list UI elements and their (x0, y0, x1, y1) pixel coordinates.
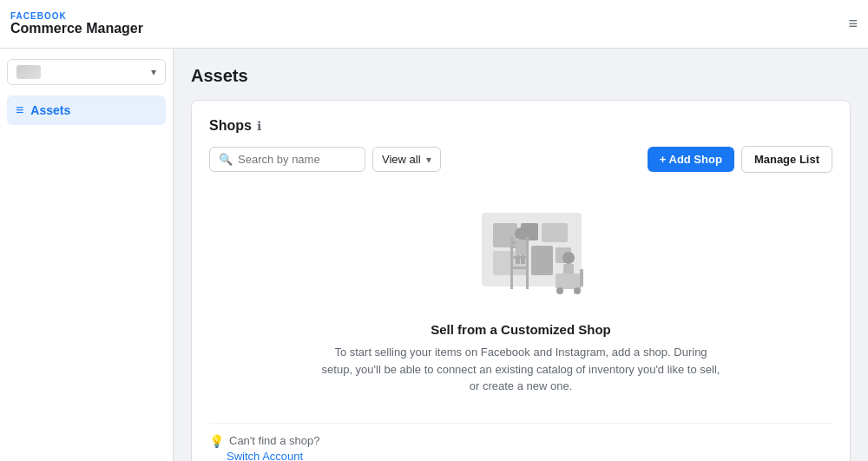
shops-search-input[interactable] (238, 153, 351, 166)
add-shop-button[interactable]: + Add Shop (648, 147, 734, 172)
shops-cant-find-label: Can't find a shop? (229, 434, 319, 447)
manage-list-button[interactable]: Manage List (741, 146, 832, 173)
page-title: Assets (191, 66, 851, 86)
svg-point-17 (562, 252, 575, 264)
lightbulb-icon: 💡 (209, 434, 224, 448)
shops-search-box[interactable]: 🔍 (209, 147, 365, 172)
shops-illustration: Sell from a Customized Shop To start sel… (209, 187, 832, 412)
shops-search-row: 🔍 View all ▾ + Add Shop Manage List (209, 146, 832, 173)
shops-cant-find-row: 💡 Can't find a shop? (209, 434, 832, 448)
chevron-down-icon: ▾ (151, 66, 156, 78)
svg-rect-5 (531, 246, 553, 275)
shops-cant-find: 💡 Can't find a shop? Switch Account (209, 423, 832, 462)
sidebar-item-assets[interactable]: ≡ Assets (7, 95, 166, 125)
branding: FACEBOOK Commerce Manager (10, 11, 143, 36)
svg-rect-13 (516, 240, 526, 255)
svg-rect-22 (580, 269, 583, 286)
shops-header: Shops ℹ (209, 118, 832, 134)
menu-icon[interactable]: ≡ (848, 15, 858, 33)
svg-rect-3 (542, 223, 568, 242)
shops-filter-select[interactable]: View all ▾ (372, 147, 441, 172)
illustration-title: Sell from a Customized Shop (431, 322, 611, 337)
filter-chevron-icon: ▾ (426, 154, 431, 166)
illustration-desc: To start selling your items on Facebook … (321, 344, 720, 395)
svg-point-20 (556, 287, 563, 294)
svg-point-12 (515, 227, 527, 240)
sidebar-item-label: Assets (30, 103, 70, 117)
svg-rect-15 (516, 255, 520, 264)
facebook-label: FACEBOOK (10, 11, 143, 21)
shops-switch-account-link[interactable]: Switch Account (227, 450, 832, 462)
account-selector[interactable]: ▾ (7, 59, 166, 85)
app-title: Commerce Manager (10, 21, 143, 36)
svg-rect-16 (521, 255, 525, 264)
shops-card: Shops ℹ 🔍 View all ▾ + Add Shop Manage L… (191, 100, 851, 461)
sidebar: ▾ ≡ Assets (0, 49, 174, 461)
svg-point-21 (574, 287, 581, 294)
search-icon: 🔍 (219, 153, 233, 166)
shops-title: Shops (209, 118, 252, 134)
shops-info-icon[interactable]: ℹ (257, 119, 261, 133)
svg-rect-7 (510, 237, 513, 289)
svg-rect-11 (510, 267, 529, 269)
svg-rect-8 (526, 237, 529, 289)
content-area: Assets Shops ℹ 🔍 View all ▾ + Add Shop (174, 49, 868, 461)
shops-illustration-image (434, 195, 608, 308)
top-bar: FACEBOOK Commerce Manager ≡ (0, 0, 868, 49)
svg-rect-19 (556, 273, 582, 289)
account-avatar (16, 65, 41, 79)
assets-icon: ≡ (16, 102, 23, 118)
main-layout: ▾ ≡ Assets Assets Shops ℹ 🔍 View all ▾ (0, 49, 868, 461)
svg-rect-14 (510, 241, 516, 244)
filter-label: View all (382, 153, 421, 166)
